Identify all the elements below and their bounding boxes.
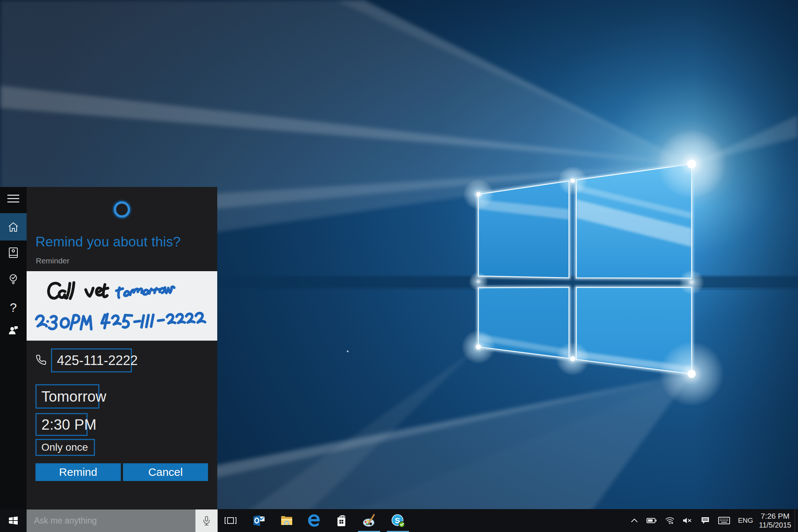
search-input[interactable]	[27, 509, 195, 532]
sidebar-item-reminders[interactable]	[0, 269, 27, 290]
recurrence-dropdown[interactable]: Only once	[35, 439, 95, 456]
remind-button[interactable]: Remind	[35, 463, 121, 481]
sidebar-item-home[interactable]	[0, 213, 27, 241]
phone-icon	[35, 354, 47, 365]
cortana-sidebar: ?	[0, 187, 27, 509]
speaker-muted-icon	[682, 517, 692, 524]
notifications-button[interactable]	[699, 509, 712, 532]
taskbar-app-skype[interactable]: S	[389, 509, 407, 532]
language-label: ENG	[738, 516, 753, 525]
battery-icon	[647, 516, 657, 525]
task-view-button[interactable]	[222, 509, 239, 532]
paint-icon	[362, 513, 376, 528]
message-bubble-icon	[701, 516, 710, 525]
recurrence-value: Only once	[41, 441, 88, 453]
wifi-icon	[665, 516, 675, 525]
feedback-person-icon	[7, 324, 19, 336]
chevron-down-icon	[88, 446, 89, 449]
notebook-icon	[8, 247, 19, 259]
reminder-time-field[interactable]: 2:30 PM	[35, 413, 88, 436]
phone-number-field[interactable]: 425-111-2222	[51, 348, 132, 372]
skype-icon: S	[391, 513, 405, 528]
file-explorer-icon	[280, 514, 294, 527]
keyboard-icon	[718, 516, 730, 525]
handwriting-ink	[27, 271, 217, 341]
touch-keyboard-button[interactable]	[717, 509, 732, 532]
wallpaper-speck	[347, 351, 349, 352]
taskbar-app-store[interactable]	[332, 509, 350, 532]
search-box	[27, 509, 218, 532]
ink-time-number	[36, 313, 205, 329]
panel-title: Remind you about this?	[35, 234, 181, 250]
windows-start-icon	[8, 515, 18, 526]
language-indicator[interactable]: ENG	[736, 509, 755, 532]
reminder-category-label: Reminder	[36, 256, 69, 265]
hamburger-icon	[7, 195, 19, 203]
start-button[interactable]	[0, 509, 27, 532]
taskbar-app-outlook[interactable]	[250, 509, 268, 532]
home-icon	[7, 221, 19, 232]
task-view-icon	[224, 514, 237, 527]
cancel-button[interactable]: Cancel	[123, 463, 208, 481]
hamburger-menu-button[interactable]	[0, 190, 27, 208]
sidebar-item-help[interactable]: ?	[0, 297, 27, 318]
cortana-panel: Remind you about this? Reminder	[27, 187, 217, 509]
reminder-date-field[interactable]: Tomorrow	[35, 384, 99, 409]
chevron-up-icon	[631, 518, 638, 523]
sidebar-item-notebook[interactable]	[0, 242, 27, 263]
question-mark-icon: ?	[10, 301, 17, 314]
tray-overflow-button[interactable]	[628, 509, 641, 532]
volume-indicator[interactable]	[681, 509, 693, 532]
mic-button[interactable]	[195, 509, 218, 532]
tray-time: 7:26 PM	[761, 512, 790, 521]
ink-tomorrow	[116, 285, 174, 298]
desktop: Remind you about this? Reminder	[0, 0, 798, 532]
ink-call-vet	[48, 283, 108, 299]
edge-icon	[307, 513, 321, 528]
battery-indicator[interactable]	[645, 509, 658, 532]
handwritten-note-preview	[27, 271, 217, 341]
cortana-orb-icon	[111, 198, 133, 221]
sidebar-item-feedback[interactable]	[0, 320, 27, 341]
store-icon	[334, 513, 348, 528]
wifi-indicator[interactable]	[664, 509, 676, 532]
taskbar-app-file-explorer[interactable]	[278, 509, 296, 532]
microphone-icon	[202, 516, 211, 526]
taskbar: S	[0, 509, 798, 532]
clock[interactable]: 7:26 PM 11/5/2015	[757, 509, 794, 532]
tray-date: 11/5/2015	[759, 521, 791, 529]
lightbulb-check-icon	[8, 273, 19, 286]
taskbar-app-edge[interactable]	[305, 509, 323, 532]
taskbar-app-paint[interactable]	[360, 509, 378, 532]
show-desktop-button[interactable]	[795, 509, 798, 532]
outlook-icon	[252, 514, 266, 527]
